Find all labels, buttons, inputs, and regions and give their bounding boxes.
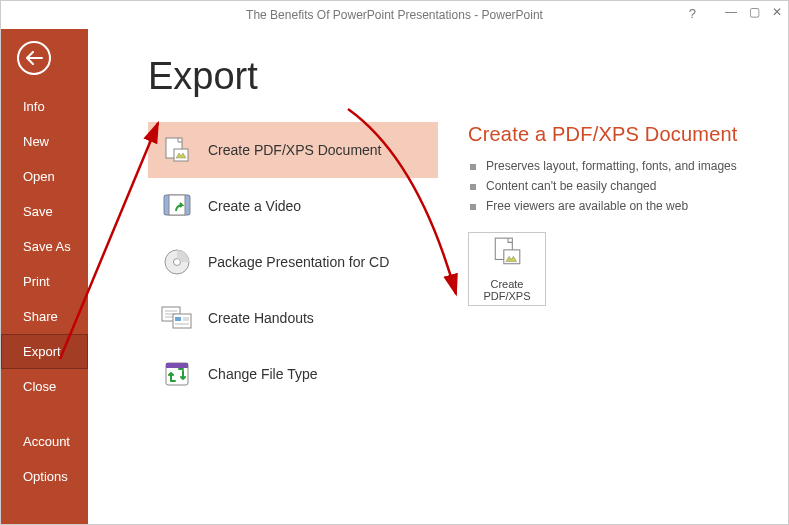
nav-export[interactable]: Export bbox=[1, 334, 88, 369]
nav-label: Close bbox=[23, 379, 56, 394]
handouts-icon bbox=[160, 302, 194, 334]
nav-new[interactable]: New bbox=[1, 124, 88, 159]
button-caption: Create PDF/XPS bbox=[483, 278, 530, 302]
nav-share[interactable]: Share bbox=[1, 299, 88, 334]
svg-point-7 bbox=[174, 259, 181, 266]
nav-options[interactable]: Options bbox=[1, 459, 88, 494]
nav-label: Open bbox=[23, 169, 55, 184]
option-label: Package Presentation for CD bbox=[208, 254, 389, 270]
backstage-sidebar: Info New Open Save Save As Print Share E… bbox=[1, 29, 88, 524]
nav-label: Share bbox=[23, 309, 58, 324]
option-label: Create Handouts bbox=[208, 310, 314, 326]
nav-save[interactable]: Save bbox=[1, 194, 88, 229]
nav-label: Info bbox=[23, 99, 45, 114]
nav-open[interactable]: Open bbox=[1, 159, 88, 194]
pdf-xps-icon bbox=[160, 134, 194, 166]
nav-info[interactable]: Info bbox=[1, 89, 88, 124]
option-label: Create a Video bbox=[208, 198, 301, 214]
detail-bullet: Free viewers are available on the web bbox=[468, 196, 768, 216]
nav-label: Account bbox=[23, 434, 70, 449]
nav-print[interactable]: Print bbox=[1, 264, 88, 299]
svg-rect-3 bbox=[164, 195, 169, 215]
app-window: ? The Benefits Of PowerPoint Presentatio… bbox=[0, 0, 789, 525]
detail-panel: Create a PDF/XPS Document Preserves layo… bbox=[468, 122, 768, 402]
button-caption-line: PDF/XPS bbox=[483, 290, 530, 302]
option-package-cd[interactable]: Package Presentation for CD bbox=[148, 234, 438, 290]
button-caption-line: Create bbox=[490, 278, 523, 290]
maximize-button[interactable]: ▢ bbox=[749, 5, 760, 19]
svg-rect-18 bbox=[166, 363, 188, 368]
detail-heading: Create a PDF/XPS Document bbox=[468, 122, 768, 146]
svg-rect-1 bbox=[174, 149, 188, 161]
main-panel: Export Create PDF/XPS Document Create a … bbox=[88, 29, 788, 524]
help-icon[interactable]: ? bbox=[689, 6, 696, 21]
title-bar: ? The Benefits Of PowerPoint Presentatio… bbox=[1, 1, 788, 29]
minimize-button[interactable]: — bbox=[725, 5, 737, 19]
option-create-video[interactable]: Create a Video bbox=[148, 178, 438, 234]
pdf-xps-icon bbox=[491, 236, 523, 272]
nav-account[interactable]: Account bbox=[1, 424, 88, 459]
window-body: Info New Open Save Save As Print Share E… bbox=[1, 29, 788, 524]
close-button[interactable]: ✕ bbox=[772, 5, 782, 19]
option-change-file-type[interactable]: Change File Type bbox=[148, 346, 438, 402]
detail-bullets: Preserves layout, formatting, fonts, and… bbox=[468, 156, 768, 216]
svg-rect-13 bbox=[175, 317, 181, 321]
option-label: Create PDF/XPS Document bbox=[208, 142, 382, 158]
window-title: The Benefits Of PowerPoint Presentations… bbox=[1, 8, 788, 22]
change-filetype-icon bbox=[160, 358, 194, 390]
nav-label: New bbox=[23, 134, 49, 149]
window-controls: — ▢ ✕ bbox=[725, 5, 782, 19]
nav-save-as[interactable]: Save As bbox=[1, 229, 88, 264]
svg-rect-4 bbox=[185, 195, 190, 215]
cd-icon bbox=[160, 246, 194, 278]
option-label: Change File Type bbox=[208, 366, 317, 382]
nav-label: Options bbox=[23, 469, 68, 484]
detail-bullet: Preserves layout, formatting, fonts, and… bbox=[468, 156, 768, 176]
nav-label: Save As bbox=[23, 239, 71, 254]
nav-close[interactable]: Close bbox=[1, 369, 88, 404]
option-create-pdf-xps[interactable]: Create PDF/XPS Document bbox=[148, 122, 438, 178]
option-create-handouts[interactable]: Create Handouts bbox=[148, 290, 438, 346]
page-heading: Export bbox=[148, 55, 768, 98]
nav-label: Save bbox=[23, 204, 53, 219]
video-icon bbox=[160, 190, 194, 222]
nav-label: Export bbox=[23, 344, 61, 359]
detail-bullet: Content can't be easily changed bbox=[468, 176, 768, 196]
nav-label: Print bbox=[23, 274, 50, 289]
create-pdf-xps-button[interactable]: Create PDF/XPS bbox=[468, 232, 546, 306]
export-options-list: Create PDF/XPS Document Create a Video P… bbox=[148, 122, 438, 402]
back-button[interactable] bbox=[17, 41, 51, 75]
